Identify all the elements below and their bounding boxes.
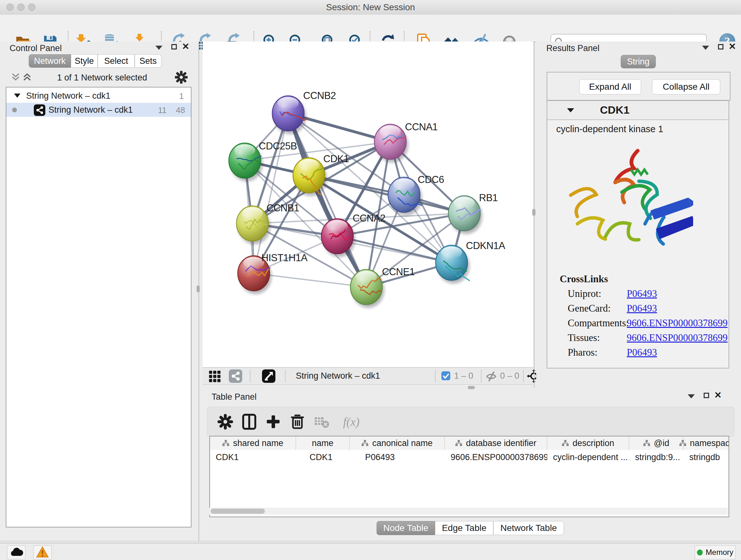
gear-icon — [216, 413, 234, 431]
function-builder-button[interactable]: f(x) — [337, 413, 366, 431]
panel-menu-icon[interactable] — [688, 394, 695, 398]
network-state-dot — [12, 108, 17, 112]
results-panel: Results Panel ✕ String Expand All Collap… — [536, 42, 741, 388]
tab-select[interactable]: Select — [98, 54, 135, 68]
grid-view-icon[interactable] — [208, 370, 221, 383]
toolbar-separator — [250, 370, 251, 382]
crosslink-link[interactable]: 9606.ENSP00000378699 — [627, 317, 728, 329]
gene-section-header[interactable]: CDK1 — [547, 101, 729, 120]
panel-close-icon[interactable]: ✕ — [714, 392, 722, 398]
birdseye-view-icon[interactable] — [262, 369, 275, 383]
table-horizontal-scrollbar[interactable] — [209, 508, 728, 515]
column-label: @id — [654, 438, 669, 448]
svg-text:CDC6: CDC6 — [418, 174, 444, 185]
collapse-all-icon[interactable] — [11, 72, 20, 82]
splitter-handle[interactable] — [197, 286, 200, 293]
string-network-graph[interactable]: CCNB2CCNA1CDC25BCDK1CDC6RB1CCNB1CCNA2CDK… — [203, 42, 533, 367]
svg-text:CCNE1: CCNE1 — [382, 266, 415, 277]
tab-network[interactable]: Network — [29, 54, 71, 68]
toolbar-separator — [435, 370, 435, 382]
splitter-handle[interactable] — [532, 209, 536, 216]
svg-text:CCNA2: CCNA2 — [353, 212, 386, 224]
column-header[interactable]: database identifier — [445, 436, 547, 450]
collapse-all-button[interactable]: Collapse All — [652, 79, 720, 95]
tab-string[interactable]: String — [621, 55, 656, 68]
expand-all-button[interactable]: Expand All — [579, 79, 641, 95]
gene-section: CDK1 cyclin-dependent kinase 1 CrossLink… — [547, 100, 729, 368]
splitter-handle[interactable] — [468, 386, 475, 389]
column-header[interactable]: namespace — [684, 436, 729, 450]
cell-description: cyclin-dependent ... — [547, 450, 629, 464]
tab-style[interactable]: Style — [71, 54, 98, 68]
panel-menu-icon[interactable] — [702, 46, 709, 50]
cell-id: stringdb:9... — [629, 450, 684, 464]
crosslink-link[interactable]: P06493 — [627, 347, 657, 358]
status-bar: Memory — [0, 543, 741, 560]
column-tree-icon — [562, 440, 569, 447]
tab-edge-table[interactable]: Edge Table — [435, 521, 493, 535]
show-columns-button[interactable] — [241, 413, 259, 431]
divider — [0, 541, 741, 542]
crosslink-link[interactable]: P06493 — [627, 288, 657, 300]
results-actions: Expand All Collapse All — [547, 72, 731, 101]
table-settings-button[interactable] — [216, 413, 234, 431]
panel-close-icon[interactable]: ✕ — [182, 44, 189, 50]
panel-close-icon[interactable]: ✕ — [729, 44, 736, 50]
tab-sets[interactable]: Sets — [135, 54, 161, 68]
memory-button[interactable]: Memory — [695, 545, 736, 559]
selected-checkbox[interactable] — [441, 371, 450, 380]
gene-name: CDK1 — [600, 104, 630, 116]
column-header[interactable]: description — [547, 436, 629, 450]
table-toolbar: f(x) — [207, 407, 734, 437]
cloud-icon — [9, 547, 23, 557]
cell-namespace: stringdb — [684, 450, 729, 464]
panel-float-icon[interactable] — [704, 393, 709, 398]
column-header[interactable]: name — [296, 436, 350, 450]
svg-text:HIST1H1A: HIST1H1A — [261, 252, 308, 263]
window-titlebar: Session: New Session — [0, 0, 741, 15]
network-canvas[interactable]: CCNB2CCNA1CDC25BCDK1CDC6RB1CCNB1CCNA2CDK… — [203, 42, 533, 367]
results-panel-title: Results Panel — [546, 44, 600, 53]
plus-icon — [264, 413, 282, 431]
crosslink-label: GeneCard: — [568, 303, 610, 314]
share-view-icon[interactable] — [229, 369, 242, 383]
network-label: String Network – cdk1 — [49, 105, 133, 115]
cloud-status-button[interactable] — [7, 545, 25, 559]
panel-float-icon[interactable] — [172, 44, 177, 50]
column-tree-icon — [643, 440, 650, 447]
network-edge-count: 48 — [176, 105, 185, 115]
svg-text:RB1: RB1 — [479, 192, 498, 203]
panel-menu-icon[interactable] — [155, 46, 162, 50]
network-share-icon — [34, 105, 45, 116]
column-header[interactable]: canonical name — [350, 436, 445, 450]
control-panel-title: Control Panel — [10, 44, 62, 53]
hidden-eye-icon — [485, 371, 497, 382]
crosslink-link[interactable]: 9606.ENSP00000378699 — [627, 332, 728, 344]
crosslink-link[interactable]: P06493 — [627, 303, 657, 314]
toolbar-separator — [523, 370, 524, 382]
scrollbar-thumb[interactable] — [211, 509, 265, 514]
network-row[interactable]: String Network – cdk1 11 48 — [6, 103, 191, 117]
column-header[interactable]: @id — [629, 436, 684, 450]
memory-label: Memory — [705, 548, 733, 557]
tab-node-table[interactable]: Node Table — [377, 521, 435, 535]
svg-text:CCNB1: CCNB1 — [266, 202, 299, 213]
crosslink-label: Pharos: — [568, 347, 597, 358]
table-panel-title: Table Panel — [212, 392, 257, 402]
column-label: description — [572, 438, 614, 448]
network-collection-row[interactable]: String Network – cdk1 1 — [6, 89, 191, 103]
warning-status-button[interactable] — [33, 545, 52, 559]
expand-all-icon[interactable] — [22, 72, 32, 82]
tab-network-table[interactable]: Network Table — [493, 521, 564, 535]
svg-text:CCNA1: CCNA1 — [405, 121, 438, 132]
gear-icon[interactable] — [175, 71, 188, 84]
section-caret-icon[interactable] — [566, 107, 575, 113]
column-header[interactable]: shared name — [210, 436, 296, 450]
panel-float-icon[interactable] — [718, 44, 724, 50]
tree-caret-icon[interactable] — [13, 92, 21, 98]
delete-column-button[interactable] — [288, 413, 307, 431]
toolbar-separator — [481, 370, 482, 382]
delete-table-button[interactable] — [313, 413, 331, 431]
delete-table-icon — [313, 413, 331, 431]
add-column-button[interactable] — [264, 413, 282, 431]
